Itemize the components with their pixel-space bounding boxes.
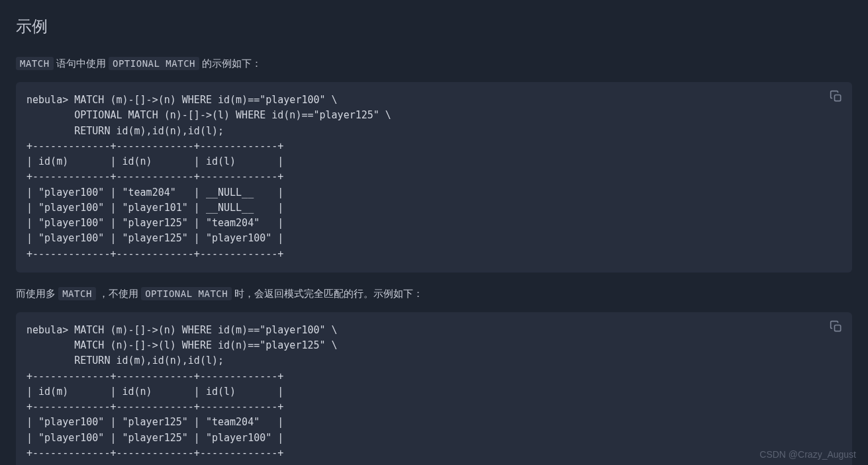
inline-code-match: MATCH (58, 287, 96, 300)
text-segment: 的示例如下： (199, 58, 262, 69)
text-segment: 语句中使用 (54, 58, 109, 69)
inline-code-optional-match: OPTIONAL MATCH (141, 287, 232, 300)
code-block-1: nebula> MATCH (m)-[]->(n) WHERE id(m)=="… (16, 82, 852, 273)
text-segment: ，不使用 (96, 288, 141, 299)
description-1: MATCH 语句中使用 OPTIONAL MATCH 的示例如下： (16, 56, 852, 71)
copy-button[interactable] (830, 320, 843, 333)
section-title: 示例 (16, 16, 852, 37)
svg-rect-0 (835, 95, 841, 101)
inline-code-optional-match: OPTIONAL MATCH (109, 57, 199, 70)
code-content-1: nebula> MATCH (m)-[]->(n) WHERE id(m)=="… (26, 93, 842, 262)
text-segment: 而使用多 (16, 288, 58, 299)
copy-button[interactable] (830, 90, 843, 103)
copy-icon (830, 320, 843, 333)
text-segment: 时，会返回模式完全匹配的行。示例如下： (232, 288, 423, 299)
inline-code-match: MATCH (16, 57, 54, 70)
svg-rect-1 (835, 325, 841, 331)
code-block-2: nebula> MATCH (m)-[]->(n) WHERE id(m)=="… (16, 312, 852, 465)
watermark: CSDN @Crazy_August (759, 449, 856, 460)
description-2: 而使用多 MATCH ，不使用 OPTIONAL MATCH 时，会返回模式完全… (16, 286, 852, 302)
code-content-2: nebula> MATCH (m)-[]->(n) WHERE id(m)=="… (26, 323, 842, 461)
copy-icon (830, 90, 843, 103)
